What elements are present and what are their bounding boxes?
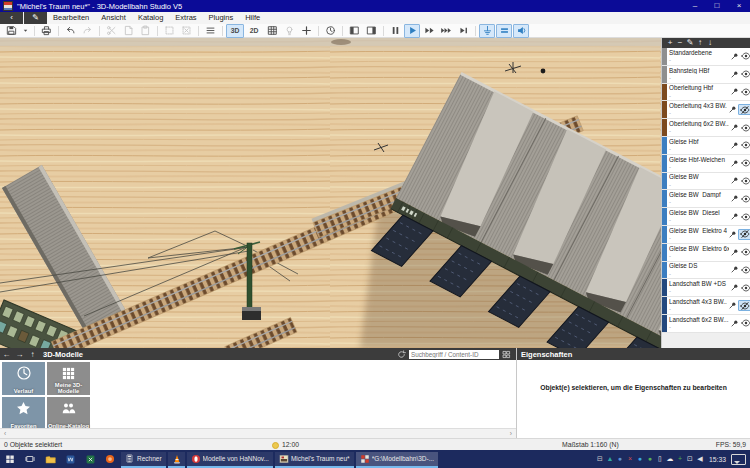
toolbar-table-grid-icon[interactable] <box>264 24 280 38</box>
pin-icon[interactable] <box>727 229 738 240</box>
toolbar-pause-icon[interactable] <box>387 24 403 38</box>
toolbar-redo-icon[interactable] <box>79 24 95 38</box>
layer-row[interactable]: Standardebene- <box>662 48 750 66</box>
tile-favoriten[interactable]: Favoriten <box>2 397 45 430</box>
toolbar-panel-left-icon[interactable] <box>346 24 362 38</box>
eye-icon[interactable] <box>740 69 750 80</box>
edit-layer-icon[interactable]: ✎ <box>685 38 695 48</box>
close-button[interactable]: × <box>728 0 750 12</box>
tray-icon-1[interactable]: ⊟ <box>595 450 605 468</box>
toolbar-save-icon[interactable] <box>3 24 19 38</box>
layer-row[interactable]: Oberleitung 4x3 BW....- <box>662 101 750 119</box>
pin-icon[interactable] <box>729 140 740 151</box>
taskbar-app-studio-1[interactable]: Michel's Traum neu* <box>275 452 354 468</box>
taskbar-start-icon[interactable] <box>0 450 20 468</box>
catalog-back-icon[interactable]: ← <box>0 350 13 359</box>
taskbar-file-explorer-icon[interactable] <box>40 450 60 468</box>
pin-icon[interactable] <box>729 193 740 204</box>
layer-row[interactable]: Gleise Hbf- <box>662 137 750 155</box>
maximize-button[interactable]: □ <box>706 0 728 12</box>
tray-icon-4[interactable]: × <box>625 450 635 468</box>
menu-hilfe[interactable]: Hilfe <box>239 12 266 24</box>
tray-icon-7[interactable]: ▯ <box>655 450 665 468</box>
search-input[interactable] <box>409 350 499 359</box>
taskbar-app-vlc[interactable] <box>168 452 185 468</box>
menu-bearbeiten[interactable]: Bearbeiten <box>47 12 95 24</box>
pin-icon[interactable] <box>729 247 740 258</box>
toolbar-fast-forward-3-icon[interactable] <box>438 24 454 38</box>
edit-mode-button[interactable]: ✎ <box>24 12 47 24</box>
toolbar-clipboard-icon[interactable] <box>137 24 153 38</box>
taskbar-clock[interactable]: 15:33 <box>709 456 726 463</box>
toolbar-lamp-icon[interactable] <box>281 24 297 38</box>
pin-icon[interactable] <box>729 86 740 97</box>
back-button[interactable]: ‹ <box>0 12 23 24</box>
pin-icon[interactable] <box>729 264 740 275</box>
toolbar-clock-icon[interactable] <box>322 24 338 38</box>
catalog-scrollbar[interactable]: ‹ › <box>0 428 516 438</box>
menu-plugins[interactable]: Plugins <box>203 12 240 24</box>
catalog-up-icon[interactable]: ↑ <box>26 350 39 359</box>
eye-icon[interactable] <box>740 122 750 133</box>
eye-icon[interactable] <box>740 282 750 293</box>
eye-icon[interactable] <box>740 158 750 169</box>
layer-row[interactable]: Landschaft BW +DS- <box>662 279 750 297</box>
taskbar-app-studio-2[interactable]: *G:\Modellbahn\3D-... <box>356 452 439 468</box>
layer-row[interactable]: Landschaft 6x2 BW...- <box>662 315 750 333</box>
layer-row[interactable]: Oberleitung Hbf- <box>662 84 750 102</box>
taskbar-app-rechner[interactable]: Rechner <box>121 452 166 468</box>
minimize-button[interactable]: – <box>684 0 706 12</box>
taskbar-task-view-icon[interactable] <box>20 450 40 468</box>
tile-verlauf[interactable]: Verlauf <box>2 362 45 395</box>
tray-icon-2[interactable]: ▲ <box>605 450 615 468</box>
toolbar-3d-button[interactable]: 3D <box>226 24 244 38</box>
toolbar-printer-icon[interactable] <box>38 24 54 38</box>
viewport-3d[interactable] <box>0 38 661 348</box>
toolbar-list-icon[interactable] <box>202 24 218 38</box>
eye-icon[interactable] <box>740 140 750 151</box>
layer-row[interactable]: Gleise Hbf-Weichen- <box>662 155 750 173</box>
pin-icon[interactable] <box>727 104 738 115</box>
add-layer-icon[interactable]: + <box>665 38 675 48</box>
menu-extras[interactable]: Extras <box>169 12 202 24</box>
taskbar-word-icon[interactable] <box>60 450 80 468</box>
pin-icon[interactable] <box>729 69 740 80</box>
toolbar-undo-icon[interactable] <box>62 24 78 38</box>
pin-icon[interactable] <box>729 282 740 293</box>
pin-icon[interactable] <box>727 300 738 311</box>
refresh-icon[interactable] <box>397 350 406 359</box>
tray-icon-9[interactable]: + <box>675 450 685 468</box>
layer-row[interactable]: Landschaft 4x3 BW...- <box>662 297 750 315</box>
toolbar-equals-icon[interactable] <box>496 24 512 38</box>
toolbar-skip-end-icon[interactable] <box>455 24 471 38</box>
pin-icon[interactable] <box>729 122 740 133</box>
pin-icon[interactable] <box>729 158 740 169</box>
layer-row[interactable]: Gleise DS- <box>662 262 750 280</box>
tray-icon-3[interactable]: ● <box>615 450 625 468</box>
toolbar-speaker-icon[interactable] <box>513 24 529 38</box>
toolbar-ground-icon[interactable] <box>479 24 495 38</box>
menu-ansicht[interactable]: Ansicht <box>95 12 132 24</box>
toolbar-page-icon[interactable] <box>120 24 136 38</box>
tray-icon-11[interactable]: ◀ <box>695 450 705 468</box>
scroll-left-icon[interactable]: ‹ <box>4 430 6 437</box>
eye-icon[interactable] <box>740 211 750 222</box>
pin-icon[interactable] <box>729 211 740 222</box>
tile-meine-3d-modelle[interactable]: Meine 3D-Modelle <box>47 362 90 395</box>
taskbar-app-browser[interactable]: Modelle von HaNNov... <box>187 452 273 468</box>
pin-icon[interactable] <box>729 51 740 62</box>
eye-icon[interactable] <box>740 175 750 186</box>
eye-icon[interactable] <box>740 193 750 204</box>
toolbar-deselect-frame-icon[interactable] <box>178 24 194 38</box>
pin-icon[interactable] <box>729 175 740 186</box>
eye-off-icon[interactable] <box>738 229 750 240</box>
view-grid-icon[interactable] <box>502 350 511 359</box>
toolbar-fast-forward-icon[interactable] <box>421 24 437 38</box>
move-up-icon[interactable]: ↑ <box>695 38 705 48</box>
eye-icon[interactable] <box>740 86 750 97</box>
move-down-icon[interactable]: ↓ <box>705 38 715 48</box>
eye-icon[interactable] <box>740 247 750 258</box>
toolbar-plus-icon[interactable] <box>298 24 314 38</box>
toolbar-panel-right-icon[interactable] <box>363 24 379 38</box>
eye-icon[interactable] <box>740 264 750 275</box>
